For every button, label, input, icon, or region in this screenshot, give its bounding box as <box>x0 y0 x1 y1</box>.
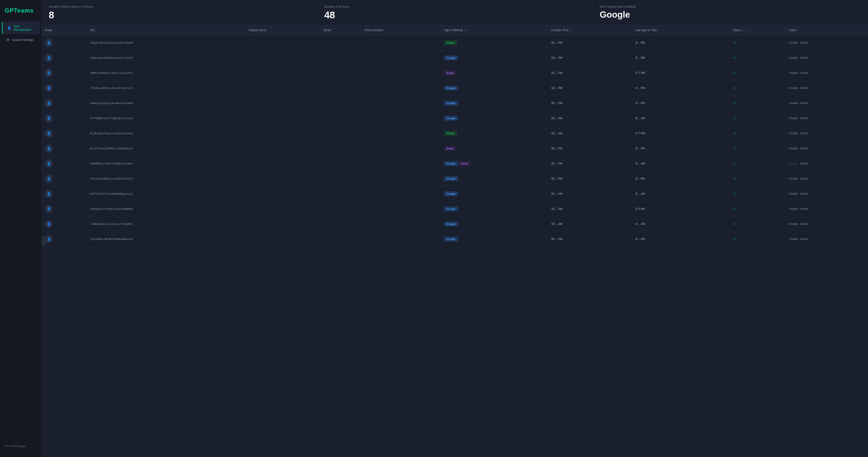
col-phone: Phone Number <box>362 25 441 35</box>
delete-button[interactable]: Delete <box>800 102 808 105</box>
col-display-name: Display Name <box>246 25 321 35</box>
creation-time-cell: 3/2 ...PM <box>549 81 633 96</box>
stats-bar: Number of Active Users in 24 Hours 8 Num… <box>42 0 868 25</box>
stat-all-users: Number of All Users 48 <box>317 0 593 25</box>
avatar-cell: 👤 <box>42 186 87 201</box>
disable-button[interactable]: Disable <box>789 222 798 226</box>
delete-button[interactable]: Delete <box>800 162 808 165</box>
avatar-cell: 👤 <box>42 65 87 81</box>
avatar-cell: 👤 <box>42 232 87 247</box>
go-to-homepage-link[interactable]: Go to Homepage <box>0 440 41 452</box>
creation-time-cell: 3/2 ...PM <box>549 96 633 111</box>
disable-button[interactable]: Disable <box>789 177 798 180</box>
uid-cell: FOlCqCG0i8b8xnzvcNiMsYiFr622 <box>87 171 246 186</box>
status-check-icon: ✓ <box>733 192 736 196</box>
delete-button[interactable]: Delete <box>800 117 808 120</box>
delete-button[interactable]: Delete <box>800 71 808 75</box>
phone-cell <box>362 81 441 96</box>
action-cell: Disable Delete <box>786 126 868 141</box>
stat-all-users-value: 48 <box>324 10 586 20</box>
phone-cell <box>362 141 441 156</box>
disable-button[interactable]: Disable <box>789 237 798 241</box>
col-creation-time[interactable]: Creation Time ↓ <box>549 25 633 35</box>
creation-sort-icon: ↓ <box>570 29 571 32</box>
table-row: 👤3Gg3oA4wzOd8TkCvQwn8o3zJZ3I2Google3/3 .… <box>42 50 868 65</box>
avatar-cell: 👤 <box>42 81 87 96</box>
email-cell <box>321 65 362 81</box>
display-name-cell <box>246 141 321 156</box>
avatar-cell: 👤 <box>42 111 87 126</box>
last-signin-cell: 3/ ...PM <box>633 81 731 96</box>
disable-button[interactable]: Disable <box>789 147 798 150</box>
email-cell <box>321 201 362 217</box>
disable-button[interactable]: Disable <box>789 207 798 210</box>
col-status[interactable]: Status ⇅ <box>731 25 786 35</box>
table-row: 👤A9rVTI7n8lgPFDDYxjUJ8Mu6hyt1Email3/2 ..… <box>42 141 868 156</box>
action-cell: Disable Delete <box>786 81 868 96</box>
phone-cell <box>362 217 441 232</box>
col-signin-method[interactable]: Sign In Method ⇅ <box>441 25 548 35</box>
delete-button[interactable]: Delete <box>800 147 808 150</box>
signin-method-cell: Google <box>441 96 548 111</box>
display-name-cell <box>246 35 321 50</box>
disable-button[interactable]: Disable <box>789 117 798 120</box>
sidebar-collapse-button[interactable]: ‹ <box>42 236 46 246</box>
display-name-cell <box>246 232 321 247</box>
disable-button[interactable]: Disable <box>789 56 798 59</box>
email-cell <box>321 232 362 247</box>
delete-button[interactable]: Delete <box>800 56 808 59</box>
status-check-icon: ✓ <box>733 56 736 60</box>
delete-button[interactable]: Delete <box>800 207 808 210</box>
uid-cell: JlW8U2a6maTuvj2XLcqoYtcNoMn1 <box>87 217 246 232</box>
signin-method-cell: GoogleEmail <box>441 156 548 171</box>
table-row: 👤HdYF5Su6I7VJxkWdabNdAgyStwj1Google3/1 .… <box>42 186 868 201</box>
disable-button[interactable]: Disable <box>789 132 798 135</box>
disable-button[interactable]: Disable <box>789 86 798 90</box>
avatar: 👤 <box>44 114 53 122</box>
status-cell: ✓ <box>731 141 786 156</box>
signin-method-cell: Email <box>441 141 548 156</box>
disable-button[interactable]: Disable <box>789 71 798 75</box>
phone-cell <box>362 50 441 65</box>
delete-button[interactable]: Delete <box>800 132 808 135</box>
sidebar-item-user-management[interactable]: 👤 User Management <box>2 22 40 34</box>
uid-cell: FN9ONEYpvJT0wxXfDgHk5oAfg0e2 <box>87 156 246 171</box>
stat-active-users-value: 8 <box>49 10 310 20</box>
disable-button[interactable]: Disable <box>789 41 798 45</box>
disable-button[interactable]: Disable <box>789 102 798 105</box>
signin-badge-google: Google <box>444 222 458 226</box>
last-signin-cell: 3/ ...PM <box>633 171 731 186</box>
creation-time-cell: 3/2 ...PM <box>549 65 633 81</box>
avatar: 👤 <box>44 38 53 47</box>
status-cell: ✓ <box>731 201 786 217</box>
avatar: 👤 <box>44 205 53 213</box>
last-signin-cell: 3/ ...PM <box>633 232 731 247</box>
col-last-signin[interactable]: Last Sign In Time ↓ <box>633 25 731 35</box>
signin-badge-phone: Phone <box>444 40 457 45</box>
last-signin-cell: 3/ 7 PM <box>633 65 731 81</box>
delete-button[interactable]: Delete <box>800 222 808 226</box>
delete-button[interactable]: Delete <box>800 86 808 90</box>
signin-badge-google: Google <box>444 192 458 196</box>
table-row: 👤FOlCqCG0i8b8xnzvcNiMsYiFr622Google3/2 .… <box>42 171 868 186</box>
disable-button[interactable]: Disable <box>789 162 798 165</box>
status-cell: ✓ <box>731 111 786 126</box>
table-row: 👤IXBxg0x9lSYf8dC4jdOie4dB5RB2Google3/2 .… <box>42 201 868 217</box>
table-row: 👤3kNqIGajGqSoJLAkiNworQ3vQAB2Google3/2 .… <box>42 96 868 111</box>
status-check-icon: ✓ <box>733 162 736 165</box>
delete-button[interactable]: Delete <box>800 237 808 241</box>
signin-badge-google: Google <box>444 161 458 166</box>
delete-button[interactable]: Delete <box>800 192 808 195</box>
delete-button[interactable]: Delete <box>800 41 808 45</box>
disable-button[interactable]: Disable <box>789 192 798 195</box>
avatar-cell: 👤 <box>42 50 87 65</box>
creation-time-cell: 3/2 ...AM <box>549 111 633 126</box>
creation-time-cell: 3/1 ...AM <box>549 186 633 201</box>
sidebar-item-system-settings[interactable]: ⚙ System Settings <box>2 35 40 45</box>
status-check-icon: ✓ <box>733 146 736 150</box>
delete-button[interactable]: Delete <box>800 177 808 180</box>
action-cell: Disable Delete <box>786 65 868 81</box>
table-row: 👤8lyRjPgkyTOkgJxt5Up2SzPLyUA2Phone3/2 ..… <box>42 126 868 141</box>
status-check-icon: ✓ <box>733 131 736 135</box>
col-avatar: Avatar <box>42 25 87 35</box>
